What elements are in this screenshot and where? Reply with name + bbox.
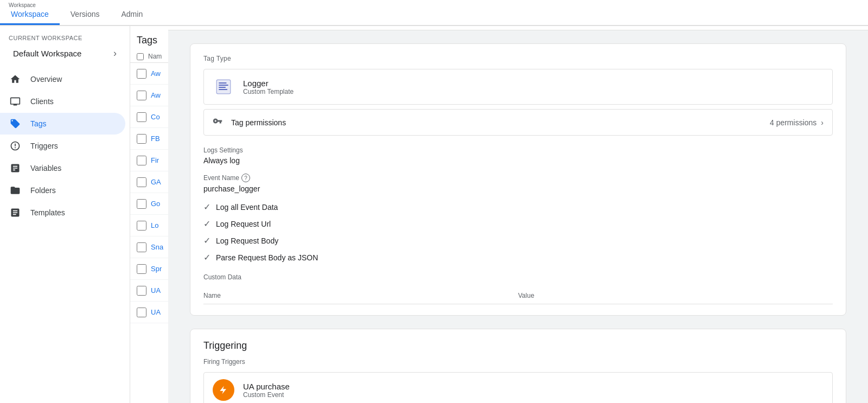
tag-type-desc: Custom Template	[243, 88, 824, 95]
home-icon	[9, 74, 22, 85]
tag-checkbox[interactable]	[137, 221, 146, 231]
sidebar-item-clients[interactable]: Clients	[0, 91, 125, 112]
tag-checkbox[interactable]	[137, 242, 146, 252]
trigger-info: UA purchase Custom Event	[243, 382, 824, 399]
triggering-card: Triggering Firing Triggers UA purchase C…	[190, 329, 846, 403]
monitor-icon	[9, 96, 22, 107]
checkmark-icon: ✓	[203, 252, 210, 263]
col-value-header: Value	[518, 292, 833, 299]
tag-checkbox[interactable]	[137, 199, 146, 209]
current-workspace-label: CURRENT WORKSPACE	[0, 26, 130, 43]
permissions-row[interactable]: Tag permissions 4 permissions ›	[203, 109, 833, 136]
checkmark-icon: ✓	[203, 235, 210, 246]
checkmark-icon: ✓	[203, 219, 210, 229]
tag-type-card: Tag Type Logger Custom Template	[190, 43, 846, 316]
checkbox-log-request-url: ✓ Log Request Url	[203, 219, 833, 229]
logs-settings-label: Logs Settings	[203, 146, 833, 154]
event-name-value: purchase_logger	[203, 184, 833, 193]
sidebar-item-variables[interactable]: Variables	[0, 157, 125, 179]
tags-list: Aw Aw Co FB Fir GA Go Lo Sna Spr UA UA	[130, 63, 173, 323]
tag-row[interactable]: UA	[130, 302, 173, 323]
trigger-row[interactable]: UA purchase Custom Event	[203, 372, 833, 403]
tag-checkbox[interactable]	[137, 112, 146, 122]
custom-data-table: Name Value	[203, 287, 833, 304]
tag-row[interactable]: Fir	[130, 150, 173, 171]
checkbox-log-request-body: ✓ Log Request Body	[203, 235, 833, 246]
tags-panel-header: Tags	[130, 26, 173, 50]
trigger-icon	[9, 140, 22, 151]
custom-data-header: Name Value	[203, 287, 833, 304]
tag-row[interactable]: Spr	[130, 258, 173, 280]
checkbox-parse-request-body: ✓ Parse Request Body as JSON	[203, 252, 833, 263]
tag-row[interactable]: Sna	[130, 236, 173, 258]
permissions-chevron-icon: ›	[821, 118, 824, 127]
workspace-chevron-icon: ›	[113, 48, 117, 59]
trigger-type-icon	[213, 379, 234, 401]
tag-checkbox[interactable]	[137, 286, 146, 296]
tag-type-row[interactable]: Logger Custom Template	[203, 69, 833, 105]
checkmark-icon: ✓	[203, 202, 210, 212]
detail-content: Tag Type Logger Custom Template	[168, 30, 868, 403]
template-icon	[9, 207, 22, 218]
tag-row[interactable]: Aw	[130, 63, 173, 85]
custom-data-section: Custom Data Name Value	[203, 273, 833, 304]
trigger-name: UA purchase	[243, 382, 824, 391]
tag-row[interactable]: FB	[130, 128, 173, 150]
triggering-title: Triggering	[203, 340, 833, 351]
sidebar-item-triggers[interactable]: Triggers	[0, 135, 125, 157]
tab-workspace[interactable]: Workspace	[0, 4, 60, 25]
sidebar-item-tags[interactable]: Tags	[0, 113, 125, 135]
key-icon	[213, 116, 222, 129]
tag-checkbox[interactable]	[137, 264, 146, 274]
tag-row[interactable]: Co	[130, 106, 173, 128]
svg-rect-3	[219, 87, 226, 88]
tags-col-name: Nam	[148, 53, 162, 60]
col-name-header: Name	[203, 292, 518, 299]
help-icon[interactable]: ?	[241, 174, 250, 182]
sidebar-item-folders[interactable]: Folders	[0, 180, 125, 201]
custom-event-icon	[218, 385, 229, 395]
tag-icon	[9, 118, 22, 129]
svg-rect-2	[219, 85, 228, 86]
vpn-key-icon	[213, 116, 222, 126]
tag-checkbox[interactable]	[137, 134, 146, 144]
tag-type-info: Logger Custom Template	[243, 79, 824, 95]
workspace-name: Default Workspace	[13, 49, 113, 58]
tag-type-name: Logger	[243, 79, 824, 88]
permissions-count: 4 permissions	[770, 118, 816, 127]
tag-checkbox[interactable]	[137, 156, 146, 165]
tag-checkbox[interactable]	[137, 91, 146, 100]
sidebar: CURRENT WORKSPACE Default Workspace › Ov…	[0, 26, 130, 403]
tag-row[interactable]: Aw	[130, 85, 173, 106]
folder-icon	[9, 185, 22, 196]
sidebar-item-overview[interactable]: Overview	[0, 68, 125, 90]
checkbox-items: ✓ Log all Event Data ✓ Log Request Url ✓…	[203, 202, 833, 263]
tag-checkbox[interactable]	[137, 177, 146, 187]
custom-data-label: Custom Data	[203, 273, 833, 281]
detail-panel: Logger tag Save Tag Type	[168, 0, 868, 403]
tag-checkbox[interactable]	[137, 308, 146, 317]
tags-panel: Tags Nam Aw Aw Co FB Fir GA Go Lo Sna Sp…	[130, 26, 174, 403]
firing-triggers-label: Firing Triggers	[203, 358, 833, 366]
tags-select-all-checkbox[interactable]	[137, 53, 144, 60]
logs-settings-section: Logs Settings Always log	[203, 146, 833, 165]
event-name-section: Event Name ? purchase_logger	[203, 174, 833, 193]
sidebar-nav: Overview Clients Tags Triggers	[0, 63, 130, 228]
tag-type-label: Tag Type	[203, 55, 833, 62]
event-name-label: Event Name ?	[203, 174, 833, 182]
logger-tag-icon	[213, 76, 234, 98]
tab-admin[interactable]: Admin	[110, 4, 154, 25]
tag-row[interactable]: UA	[130, 280, 173, 302]
tag-row[interactable]: Lo	[130, 215, 173, 236]
svg-rect-4	[219, 89, 227, 90]
tag-row[interactable]: GA	[130, 171, 173, 193]
checkbox-log-all-event: ✓ Log all Event Data	[203, 202, 833, 212]
tag-row[interactable]: Go	[130, 193, 173, 215]
tag-checkbox[interactable]	[137, 69, 146, 79]
logger-icon	[215, 78, 232, 95]
workspace-selector[interactable]: Default Workspace ›	[4, 43, 125, 63]
variables-icon	[9, 163, 22, 174]
trigger-type: Custom Event	[243, 391, 824, 399]
sidebar-item-templates[interactable]: Templates	[0, 202, 125, 223]
tab-versions[interactable]: Versions	[60, 4, 111, 25]
